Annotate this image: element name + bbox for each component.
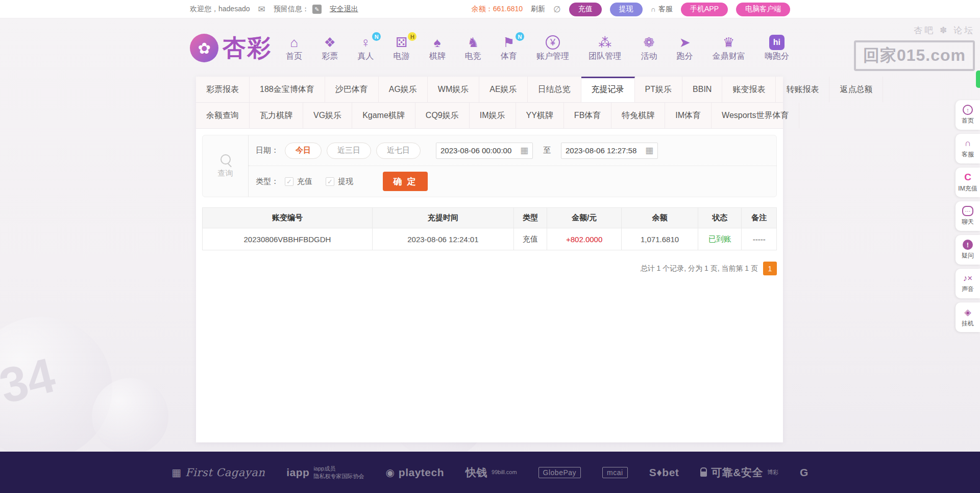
header: ✿ 杏彩 ⌂ 首页 ❖ 彩票 ♀ N 真人 ⚄ H: [190, 21, 790, 75]
nav-item[interactable]: ¥ 账户管理: [535, 34, 570, 62]
sidebar-item[interactable]: ↑ 首页: [955, 100, 980, 130]
nav-item[interactable]: ⚄ H 电游: [392, 34, 410, 62]
withdraw-button[interactable]: 提现: [610, 3, 643, 16]
nav-badge: N: [372, 32, 381, 41]
sidebar-label: 首页: [962, 116, 974, 125]
tab[interactable]: Wesports世界体育: [712, 103, 799, 128]
edit-pencil-icon[interactable]: ✎: [312, 5, 322, 14]
tab[interactable]: 彩票报表: [196, 77, 250, 102]
site-logo[interactable]: ✿ 杏彩: [190, 32, 272, 64]
watermark-title: 杏吧 ✽ 论坛: [854, 25, 975, 36]
tab[interactable]: BBIN: [682, 77, 722, 102]
tab[interactable]: AG娱乐: [379, 77, 428, 102]
date-to-input[interactable]: 2023-08-06 12:27:58 ▦: [561, 143, 658, 159]
partner-logo: ◉ playtech: [385, 466, 444, 479]
nav-label: 真人: [357, 51, 374, 62]
confirm-button[interactable]: 确 定: [383, 172, 428, 191]
date-from-input[interactable]: 2023-08-06 00:00:00 ▦: [436, 143, 533, 159]
sidebar-item[interactable]: ! 疑问: [955, 235, 980, 265]
tab[interactable]: 转账报表: [776, 77, 829, 102]
pagination: 总计 1 个记录, 分为 1 页, 当前第 1 页 1: [202, 262, 777, 275]
nav-item[interactable]: ⁂ 团队管理: [587, 34, 622, 62]
type-checkbox-option[interactable]: ✓ 提现: [326, 177, 353, 186]
partner-logo: ▦ First Cagayan: [172, 466, 265, 479]
sidebar-item[interactable]: ◈ 挂机: [955, 302, 980, 332]
partner-logo-text: First Cagayan: [185, 466, 265, 479]
filter-panel: 查询 日期： 今日 近三日 近七日 2023-08-06 00:00:00 ▦: [202, 135, 777, 197]
balance-value: 661.6810: [493, 5, 523, 13]
checkbox-icon[interactable]: ✓: [285, 177, 293, 186]
tab[interactable]: 余额查询: [196, 103, 250, 128]
sidebar-item[interactable]: ♪× 声音: [955, 269, 980, 298]
nav-item[interactable]: ➤ 跑分: [676, 34, 694, 62]
tab[interactable]: IM体育: [665, 103, 712, 128]
table-header-cell: 金额/元: [547, 208, 622, 228]
tab[interactable]: VG娱乐: [303, 103, 352, 128]
nav-label: 彩票: [322, 51, 338, 62]
search-icon: [220, 154, 231, 165]
tab[interactable]: Kgame棋牌: [352, 103, 415, 128]
tab[interactable]: WM娱乐: [428, 77, 479, 102]
table-body: 20230806VBBHFBDGDH 2023-08-06 12:24:01 充…: [203, 228, 777, 250]
tab[interactable]: IM娱乐: [470, 103, 516, 128]
tab[interactable]: AE娱乐: [479, 77, 527, 102]
nav-item[interactable]: ❖ 彩票: [321, 34, 339, 62]
eye-off-icon[interactable]: ∅: [553, 4, 561, 15]
quick-date-button[interactable]: 近三日: [327, 143, 371, 159]
nav-item[interactable]: ❁ 活动: [640, 34, 658, 62]
sidebar-item[interactable]: ∩ 客服: [955, 134, 980, 163]
main-nav: ⌂ 首页 ❖ 彩票 ♀ N 真人 ⚄ H 电游 ♠: [285, 34, 790, 62]
recharge-button[interactable]: 充值: [569, 3, 602, 16]
calendar-icon[interactable]: ▦: [520, 145, 528, 156]
refresh-link[interactable]: 刷新: [531, 5, 545, 14]
mobile-app-button[interactable]: 手机APP: [681, 3, 728, 16]
nav-item[interactable]: ⌂ 首页: [285, 34, 303, 62]
edge-widget[interactable]: [976, 71, 980, 88]
logout-link[interactable]: 安全退出: [330, 5, 358, 14]
nav-label: 棋牌: [429, 51, 446, 62]
nav-item[interactable]: ♞ 电竞: [464, 34, 482, 62]
tab[interactable]: 账变报表: [722, 77, 776, 102]
nav-item[interactable]: ♛ 金鼎财富: [712, 34, 746, 62]
type-checkbox-option[interactable]: ✓ 充值: [285, 177, 312, 186]
mail-icon[interactable]: ✉: [258, 4, 265, 15]
tab[interactable]: 瓦力棋牌: [250, 103, 303, 128]
calendar-icon[interactable]: ▦: [645, 145, 653, 156]
nav-label: 电游: [393, 51, 409, 62]
tab[interactable]: YY棋牌: [516, 103, 564, 128]
tab[interactable]: 返点总额: [829, 77, 883, 102]
checkbox-icon[interactable]: ✓: [326, 177, 334, 186]
tab[interactable]: FB体育: [564, 103, 611, 128]
tab[interactable]: 充提记录: [581, 77, 635, 102]
partner-logo: G: [800, 466, 808, 479]
reserved-info: 预留信息： ✎: [274, 5, 322, 14]
nav-item[interactable]: hi 嗨跑分: [764, 34, 790, 62]
nav-item[interactable]: ⚑ N 体育: [500, 34, 518, 62]
pc-client-button[interactable]: 电脑客户端: [736, 3, 790, 16]
nav-label: 活动: [641, 51, 657, 62]
logo-flower-icon: ✿: [190, 34, 218, 62]
quick-date-button[interactable]: 近七日: [376, 143, 421, 159]
sidebar-label: 挂机: [962, 319, 974, 328]
nav-icon: hi: [769, 35, 785, 50]
sidebar-item[interactable]: ⋯ 聊天: [955, 201, 980, 231]
tab[interactable]: 特兔棋牌: [611, 103, 665, 128]
sidebar-item[interactable]: C IM充值: [955, 168, 980, 197]
quick-date-button[interactable]: 今日: [285, 143, 322, 159]
tab[interactable]: PT娱乐: [635, 77, 682, 102]
customer-service-link[interactable]: ∩ 客服: [651, 5, 673, 14]
nav-icon: ⚑: [503, 34, 514, 51]
query-label: 查询: [218, 169, 233, 178]
cell-type: 充值: [513, 228, 547, 250]
tab[interactable]: 日结总览: [528, 77, 581, 102]
partner-logo-subtext: 99bill.com: [492, 468, 517, 476]
tab[interactable]: 沙巴体育: [325, 77, 379, 102]
page-1-button[interactable]: 1: [763, 262, 777, 275]
nav-item[interactable]: ♀ N 真人: [356, 34, 375, 62]
tab[interactable]: 188金宝博体育: [250, 77, 325, 102]
tab[interactable]: CQ9娱乐: [415, 103, 470, 128]
nav-item[interactable]: ♠ 棋牌: [428, 34, 447, 62]
idle-gem-icon: ◈: [964, 307, 971, 318]
table-row[interactable]: 20230806VBBHFBDGDH 2023-08-06 12:24:01 充…: [203, 228, 777, 250]
type-row: 类型： ✓ 充值 ✓ 提现 确 定: [249, 166, 776, 197]
